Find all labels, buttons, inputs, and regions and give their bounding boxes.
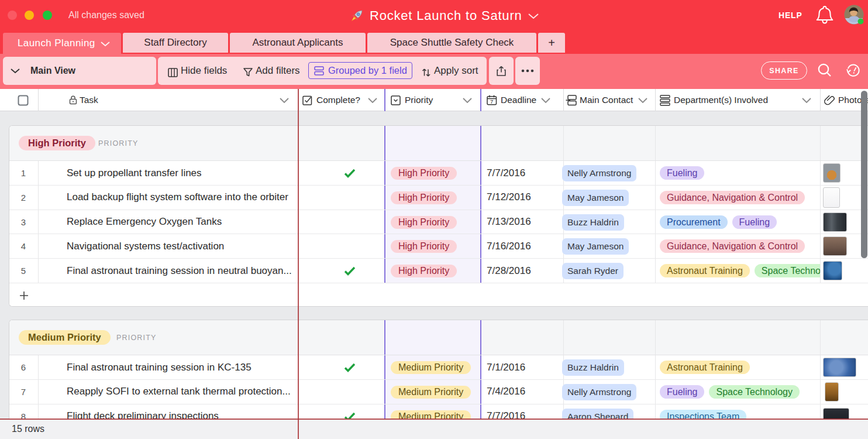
svg-text:7: 7 bbox=[490, 98, 493, 105]
